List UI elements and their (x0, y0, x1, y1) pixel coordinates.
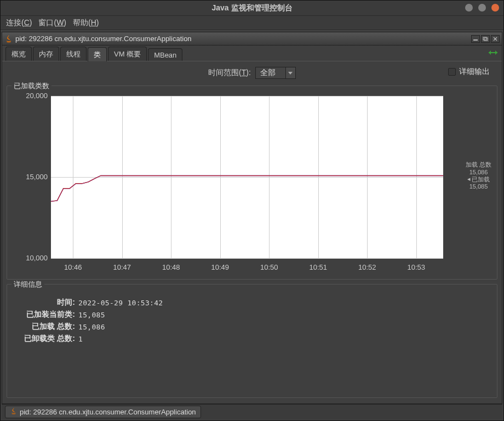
details-key: 已加装当前类: (13, 310, 78, 320)
taskbar-label: pid: 292286 cn.edu.xjtu.consumer.Consume… (20, 408, 196, 416)
connection-frame: pid: 292286 cn.edu.xjtu.consumer.Consume… (2, 32, 502, 404)
iframe-restore-button[interactable] (481, 35, 490, 43)
app-window: Java 监视和管理控制台 连接(C) 窗口(W) 帮助(H) pid: 292… (0, 0, 504, 421)
minimize-button[interactable] (465, 4, 473, 12)
tab-mbean[interactable]: MBean (148, 48, 182, 61)
y-tick: 15,000 (13, 173, 48, 181)
tab-threads[interactable]: 线程 (60, 47, 87, 61)
refresh-icon[interactable] (488, 48, 499, 58)
internal-frame-title: pid: 292286 cn.edu.xjtu.consumer.Consume… (15, 35, 469, 43)
details-row: 已加载 总数:15,086 (13, 321, 491, 333)
time-range-select[interactable]: 全部 (255, 67, 296, 79)
tab-classes[interactable]: 类 (88, 47, 107, 61)
titlebar: Java 监视和管理控制台 (1, 1, 503, 16)
menu-connect[interactable]: 连接(C) (6, 18, 32, 28)
chart-side-legend: 加载 总数15,086◂已加载15,085 (466, 161, 491, 190)
details-value: 1 (78, 335, 83, 343)
details-value: 15,086 (78, 323, 105, 331)
tab-overview[interactable]: 概览 (5, 47, 32, 61)
time-range-label: 时间范围(T): (208, 68, 251, 78)
mdi-taskbar: pid: 292286 cn.edu.xjtu.consumer.Consume… (2, 404, 502, 419)
tab-vm[interactable]: VM 概要 (108, 47, 147, 61)
tab-content-classes: 时间范围(T): 全部 详细输出 已加载类数 (2, 61, 502, 403)
internal-frame-controls (471, 35, 500, 43)
verbose-checkbox[interactable] (448, 68, 456, 76)
details-row: 已加装当前类:15,085 (13, 309, 491, 321)
verbose-checkbox-group: 详细输出 (448, 67, 490, 77)
chart-series (51, 96, 443, 258)
y-tick: 20,000 (13, 92, 48, 100)
toolbar: 时间范围(T): 全部 详细输出 (7, 65, 497, 81)
window-title: Java 监视和管理控制台 (211, 3, 292, 13)
details-table: 时间:2022-05-29 10:53:42已加装当前类:15,085已加载 总… (13, 297, 491, 345)
loaded-classes-chart-group: 已加载类数 10,00015,00020,00010:4610:4710:481… (7, 86, 497, 280)
details-row: 时间:2022-05-29 10:53:42 (13, 297, 491, 309)
time-range-value: 全部 (256, 67, 285, 78)
y-tick: 10,000 (13, 254, 48, 262)
verbose-label: 详细输出 (459, 67, 490, 77)
x-tick: 10:48 (162, 263, 180, 271)
x-tick: 10:51 (309, 263, 327, 271)
internal-frame-titlebar: pid: 292286 cn.edu.xjtu.consumer.Consume… (2, 32, 502, 45)
details-value: 15,085 (78, 311, 105, 319)
iframe-minimize-button[interactable] (471, 35, 480, 43)
details-key: 时间: (13, 298, 78, 308)
iframe-close-button[interactable] (491, 35, 500, 43)
x-tick: 10:52 (358, 263, 376, 271)
taskbar-button[interactable]: pid: 292286 cn.edu.xjtu.consumer.Consume… (5, 406, 201, 418)
details-value: 2022-05-29 10:53:42 (78, 299, 163, 307)
menu-help[interactable]: 帮助(H) (73, 18, 99, 28)
chart-area: 10,00015,00020,00010:4610:4710:4810:4910… (13, 92, 491, 276)
details-group-title: 详细信息 (12, 280, 44, 289)
details-group: 详细信息 时间:2022-05-29 10:53:42已加装当前类:15,085… (7, 284, 497, 398)
java-icon (10, 407, 18, 417)
maximize-button[interactable] (478, 4, 486, 12)
x-tick: 10:46 (64, 263, 82, 271)
window-controls (465, 4, 499, 12)
chart-plot (51, 96, 443, 258)
details-row: 已卸载类 总数: 1 (13, 333, 491, 345)
x-tick: 10:50 (260, 263, 278, 271)
tab-bar: 概览内存线程类VM 概要MBean (2, 45, 502, 61)
x-tick: 10:47 (113, 263, 131, 271)
details-key: 已卸载类 总数: (13, 334, 78, 344)
x-tick: 10:53 (407, 263, 425, 271)
svg-rect-0 (473, 39, 478, 41)
menu-window[interactable]: 窗口(W) (38, 18, 66, 28)
mdi-desktop: pid: 292286 cn.edu.xjtu.consumer.Consume… (1, 30, 503, 420)
close-button[interactable] (491, 4, 499, 12)
x-tick: 10:49 (211, 263, 229, 271)
tab-memory[interactable]: 内存 (33, 47, 59, 61)
details-key: 已加载 总数: (13, 322, 78, 332)
menubar: 连接(C) 窗口(W) 帮助(H) (1, 16, 503, 30)
chevron-down-icon (285, 67, 295, 78)
java-icon (4, 35, 13, 43)
chart-group-title: 已加载类数 (12, 81, 51, 91)
